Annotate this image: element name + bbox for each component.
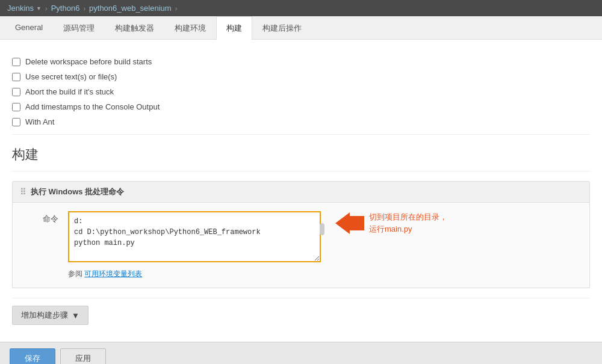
tab-build[interactable]: 构建	[216, 16, 252, 40]
build-step-title: 执行 Windows 批处理命令	[31, 187, 124, 197]
checkbox-secret-text[interactable]	[12, 73, 20, 81]
tab-source[interactable]: 源码管理	[53, 16, 105, 40]
add-step-label: 增加构建步骤	[21, 310, 68, 321]
checkbox-with-ant[interactable]	[12, 118, 20, 126]
content-panel: Delete workspace before build starts Use…	[0, 40, 602, 342]
checkbox-label-timestamps: Add timestamps to the Console Output	[25, 102, 160, 111]
svg-marker-0	[335, 212, 364, 234]
main-container: General 源码管理 构建触发器 构建环境 构建 构建后操作 Delete …	[0, 16, 602, 364]
jenkins-label: Jenkins	[7, 4, 34, 13]
checkbox-label-secret-text: Use secret text(s) or file(s)	[25, 72, 117, 81]
checkbox-timestamps[interactable]	[12, 103, 20, 111]
command-textarea[interactable]: d: cd D:\python_workshop\Python6_WEB_fra…	[68, 211, 321, 262]
tab-general[interactable]: General	[5, 16, 53, 40]
jenkins-dropdown-arrow[interactable]: ▼	[36, 5, 42, 11]
checkbox-item-timestamps: Add timestamps to the Console Output	[12, 99, 590, 114]
checkbox-label-delete-workspace: Delete workspace before build starts	[25, 57, 152, 66]
tab-env[interactable]: 构建环境	[164, 16, 216, 40]
add-step-button[interactable]: 增加构建步骤 ▼	[12, 306, 88, 325]
checkbox-label-with-ant: With Ant	[25, 117, 54, 126]
arrow-left-icon	[335, 212, 364, 234]
section-heading: 构建	[12, 135, 590, 171]
drag-handle-icon[interactable]: ⠿	[20, 187, 26, 197]
checkbox-list: Delete workspace before build starts Use…	[12, 49, 590, 135]
jenkins-breadcrumb[interactable]: Jenkins ▼	[7, 4, 42, 13]
add-step-bar: 增加构建步骤 ▼	[12, 298, 590, 332]
command-field-label: 命令	[22, 211, 58, 224]
annotation-line2: 运行main.py	[369, 224, 412, 233]
checkbox-item-secret-text: Use secret text(s) or file(s)	[12, 69, 590, 84]
build-step-block: ⠿ 执行 Windows 批处理命令 命令 d: cd D:\python_wo…	[12, 181, 590, 288]
job-breadcrumb[interactable]: python6_web_selenium	[89, 4, 172, 13]
add-step-arrow-icon: ▼	[72, 311, 79, 320]
annotation-line1: 切到项目所在的目录，	[369, 212, 447, 221]
tab-triggers[interactable]: 构建触发器	[105, 16, 164, 40]
save-button[interactable]: 保存	[10, 348, 55, 364]
scroll-indicator	[320, 223, 324, 235]
tab-post[interactable]: 构建后操作	[252, 16, 312, 40]
checkbox-item-abort-stuck: Abort the build if it's stuck	[12, 84, 590, 99]
breadcrumb-sep-3: ›	[175, 5, 178, 12]
breadcrumb-sep-1: ›	[45, 5, 48, 12]
annotation-wrapper: 切到项目所在的目录， 运行main.py	[335, 211, 447, 235]
checkbox-delete-workspace[interactable]	[12, 58, 20, 66]
breadcrumb-sep-2: ›	[83, 5, 85, 12]
checkbox-label-abort-stuck: Abort the build if it's stuck	[25, 87, 114, 96]
python6-breadcrumb[interactable]: Python6	[51, 4, 80, 13]
annotation-text: 切到项目所在的目录， 运行main.py	[369, 211, 447, 235]
job-label: python6_web_selenium	[89, 4, 172, 13]
command-input-wrapper: d: cd D:\python_workshop\Python6_WEB_fra…	[68, 211, 321, 264]
apply-button[interactable]: 应用	[60, 348, 106, 364]
ref-text: 参阅	[68, 270, 82, 278]
build-step-body: 命令 d: cd D:\python_workshop\Python6_WEB_…	[13, 203, 589, 288]
checkbox-item-with-ant: With Ant	[12, 114, 590, 129]
command-field-row: 命令 d: cd D:\python_workshop\Python6_WEB_…	[22, 211, 580, 264]
checkbox-item-delete-workspace: Delete workspace before build starts	[12, 54, 590, 69]
action-bar: 保存 应用	[0, 342, 602, 364]
tab-bar: General 源码管理 构建触发器 构建环境 构建 构建后操作	[0, 16, 602, 40]
build-step-header: ⠿ 执行 Windows 批处理命令	[13, 182, 589, 203]
env-vars-link[interactable]: 可用环境变量列表	[84, 270, 142, 278]
python6-label: Python6	[51, 4, 80, 13]
checkbox-abort-stuck[interactable]	[12, 88, 20, 96]
breadcrumb-bar: Jenkins ▼ › Python6 › python6_web_seleni…	[0, 0, 602, 16]
ref-link-row: 参阅 可用环境变量列表	[22, 269, 580, 279]
